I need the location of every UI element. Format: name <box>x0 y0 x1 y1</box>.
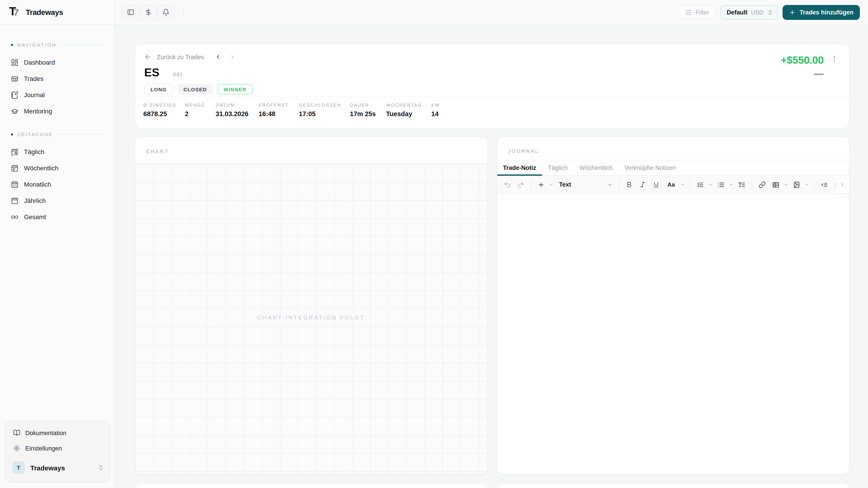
previous-trade-chevron-left-icon[interactable] <box>215 54 221 60</box>
topbar: Filter Default USD Trades hinzufügen <box>115 0 868 25</box>
journal-card-title: JOURNAL <box>497 137 849 160</box>
outdent-button[interactable] <box>817 178 830 191</box>
trade-number: #41 <box>173 72 183 77</box>
bell-icon <box>162 8 169 16</box>
ordered-list-chevron[interactable] <box>707 182 714 187</box>
section-divider <box>57 134 104 134</box>
sidebar-item-dokumentation[interactable]: Dokumentation <box>9 425 106 441</box>
currency-button[interactable] <box>140 5 157 20</box>
insert-block-button[interactable] <box>535 178 547 191</box>
image-chevron[interactable] <box>804 182 810 187</box>
ordered-list-button[interactable] <box>694 178 706 191</box>
sidebar: T 7 Tradeways NAVIGATION Dashboard Trade… <box>0 0 115 488</box>
table-icon <box>772 181 779 188</box>
indent-icon <box>834 181 835 188</box>
sidebar-item-jaehrlich[interactable]: Jährlich <box>6 193 108 209</box>
next-trade-chevron-right-icon[interactable] <box>229 54 236 60</box>
account-switcher[interactable]: T Tradeways <box>9 459 106 477</box>
divider <box>183 7 184 17</box>
sidebar-item-taeglich[interactable]: Täglich <box>6 144 108 160</box>
divider <box>690 180 690 190</box>
footer-item-label: Dokumentation <box>25 429 66 436</box>
sidebar-item-journal[interactable]: Journal <box>6 87 108 103</box>
image-button[interactable] <box>790 178 803 191</box>
nav-section-header: ZEITACHSE <box>6 131 108 137</box>
account-name: Tradeways <box>30 464 65 471</box>
chevrons-up-down-icon <box>98 464 104 471</box>
calendar-month-icon <box>11 181 19 188</box>
text-style-dropdown[interactable]: Text <box>555 178 615 191</box>
calendar-clock-icon <box>11 148 19 156</box>
stat-week-number: KW14 <box>431 103 444 128</box>
pnl-block: +$550.00 <box>781 54 824 76</box>
sidebar-item-gesamt[interactable]: Gesamt <box>6 209 108 225</box>
sidebar-item-label: Täglich <box>24 148 44 156</box>
notifications-button[interactable] <box>157 5 175 20</box>
plus-icon <box>789 9 796 15</box>
sidebar-item-woechentlich[interactable]: Wöchentlich <box>6 160 108 176</box>
selected-account: Default <box>727 9 747 15</box>
back-to-trades-link[interactable]: Zurück zu Trades <box>144 53 204 61</box>
sidebar-item-dashboard[interactable]: Dashboard <box>6 54 108 70</box>
left-bottom-card-partial <box>135 483 488 488</box>
sidebar-toggle-button[interactable] <box>122 5 139 20</box>
journal-editor[interactable] <box>497 194 849 474</box>
divider <box>813 180 814 190</box>
font-size-chevron[interactable] <box>680 182 686 187</box>
table-icon <box>11 75 19 83</box>
filter-button[interactable]: Filter <box>678 5 716 20</box>
stat-closed: GESCHLOSSEN17:05 <box>299 103 350 128</box>
sidebar-item-label: Wöchentlich <box>24 164 59 172</box>
chevron-down-icon <box>729 182 734 187</box>
logo[interactable]: T 7 Tradeways <box>0 0 114 25</box>
font-size-button[interactable]: Aa <box>663 178 679 191</box>
sidebar-item-trades[interactable]: Trades <box>6 70 108 87</box>
tab-woechentlich[interactable]: Wöchentlich <box>574 160 618 175</box>
insert-block-chevron[interactable] <box>548 182 555 187</box>
direction-badge: LONG <box>144 84 173 94</box>
account-currency-select[interactable]: Default USD <box>720 5 778 20</box>
bullet-list-icon <box>717 181 724 188</box>
undo-icon <box>503 181 510 188</box>
bold-button[interactable] <box>623 178 636 191</box>
sidebar-item-monatlich[interactable]: Monatlich <box>6 176 108 193</box>
trade-stats-row: Ø EINSTIEG6878.25 MENGE2 DATUM31.03.2026… <box>135 97 849 128</box>
tab-taeglich[interactable]: Täglich <box>542 160 574 175</box>
book-open-icon <box>13 429 20 436</box>
gear-icon <box>13 445 20 452</box>
sidebar-item-einstellungen[interactable]: Einstellungen <box>9 441 106 456</box>
journal-card: JOURNAL Trade-Notiz Täglich Wöchentlich … <box>497 136 849 475</box>
undo-button[interactable] <box>501 178 513 191</box>
sidebar-item-label: Mentoring <box>24 107 52 115</box>
tab-trade-notiz[interactable]: Trade-Notiz <box>497 160 542 175</box>
app-title: Tradeways <box>26 8 63 17</box>
bullet-list-button[interactable] <box>715 178 727 191</box>
sidebar-item-label: Jährlich <box>24 197 46 204</box>
sidebar-item-mentoring[interactable]: Mentoring <box>6 103 108 119</box>
indent-button[interactable] <box>831 178 835 191</box>
link-button[interactable] <box>756 178 768 191</box>
table-chevron[interactable] <box>783 182 789 187</box>
chevron-right-icon <box>839 182 845 188</box>
section-title-navigation: NAVIGATION <box>17 42 57 47</box>
back-link-label: Zurück zu Trades <box>157 54 204 60</box>
chevron-down-icon <box>804 182 809 187</box>
checklist-button[interactable] <box>735 178 748 191</box>
bullet-list-chevron[interactable] <box>728 182 735 187</box>
panel-left-icon <box>127 8 134 16</box>
tab-verknuepfte-notizen[interactable]: Verknüpfte Notizen <box>618 160 682 175</box>
right-bottom-card-partial <box>497 483 849 488</box>
table-button[interactable] <box>769 178 782 191</box>
redo-button[interactable] <box>514 178 527 191</box>
underline-icon <box>653 181 659 188</box>
add-trades-button[interactable]: Trades hinzufügen <box>782 5 860 20</box>
underline-button[interactable] <box>650 178 662 191</box>
chevron-down-icon <box>549 182 554 187</box>
stat-entry: Ø EINSTIEG6878.25 <box>143 103 185 128</box>
redo-icon <box>517 181 524 188</box>
chart-card-title: CHART <box>135 137 487 164</box>
more-vertical-icon[interactable] <box>831 55 838 63</box>
infinity-icon <box>11 213 19 221</box>
toolbar-overflow-button[interactable] <box>835 176 849 193</box>
italic-button[interactable] <box>636 178 649 191</box>
